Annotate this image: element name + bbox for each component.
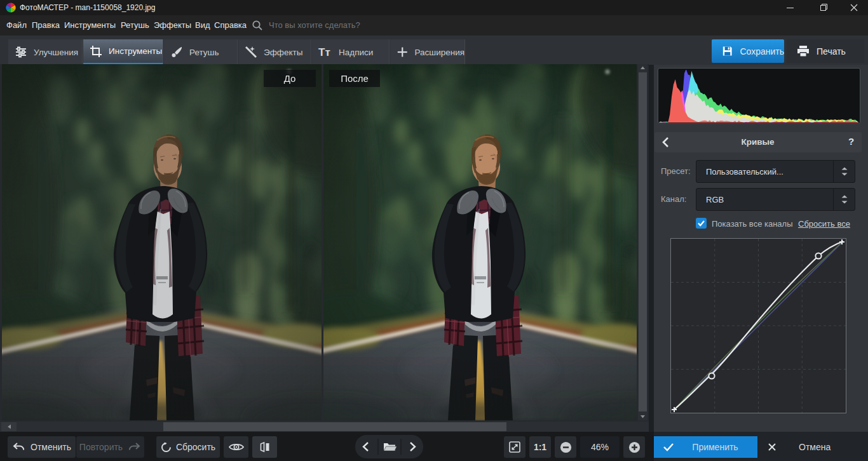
svg-text:Тт: Тт	[318, 46, 330, 58]
